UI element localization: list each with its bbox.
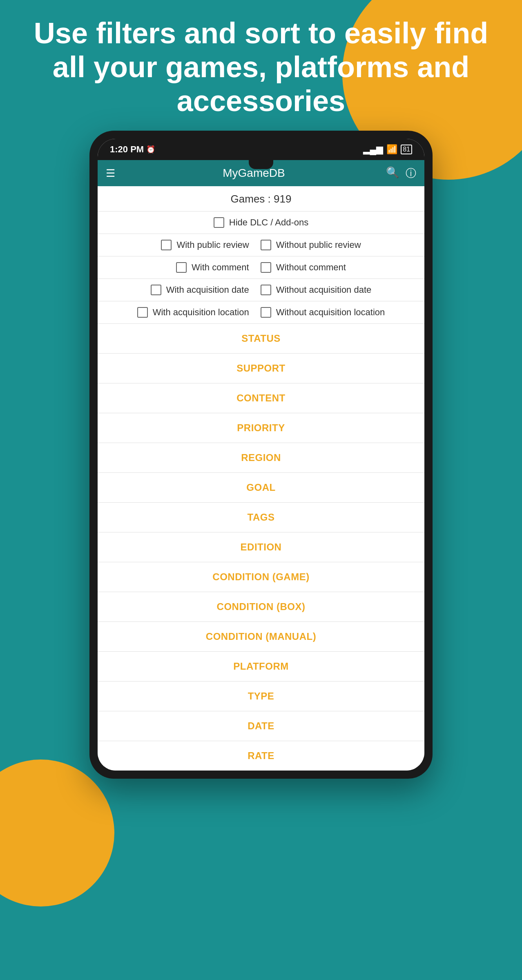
category-row-status[interactable]: STATUS [98,324,424,354]
category-row-support[interactable]: SUPPORT [98,354,424,383]
menu-icon[interactable]: ☰ [106,167,115,180]
category-row-date[interactable]: DATE [98,711,424,741]
acquisition-location-row: With acquisition location Without acquis… [98,301,424,324]
comment-row: With comment Without comment [98,256,424,279]
categories-container: STATUSSUPPORTCONTENTPRIORITYREGIONGOALTA… [98,324,424,771]
with-acquisition-date-checkbox[interactable] [151,285,161,295]
without-public-review-label: Without public review [276,240,361,250]
without-acquisition-location-checkbox[interactable] [261,307,271,318]
category-row-edition[interactable]: EDITION [98,532,424,562]
hide-dlc-row: Hide DLC / Add-ons [98,212,424,234]
without-public-review-checkbox[interactable] [261,240,271,250]
without-acquisition-date-label: Without acquisition date [276,285,372,295]
category-row-priority[interactable]: PRIORITY [98,413,424,443]
category-row-condition--box-[interactable]: CONDITION (BOX) [98,592,424,622]
phone-frame: 1:20 PM ⏰ ▂▄▆ 📶 81 ☰ MyGameDB 🔍 [89,131,433,779]
category-row-platform[interactable]: PLATFORM [98,652,424,682]
with-acquisition-location-checkbox[interactable] [137,307,148,318]
hero-section: Use filters and sort to easily find all … [0,16,522,118]
category-row-type[interactable]: TYPE [98,682,424,711]
category-row-condition--manual-[interactable]: CONDITION (MANUAL) [98,622,424,652]
acquisition-date-row: With acquisition date Without acquisitio… [98,279,424,301]
alarm-icon: ⏰ [146,145,155,154]
public-review-row: With public review Without public review [98,234,424,256]
status-time: 1:20 PM ⏰ [110,144,155,155]
category-row-region[interactable]: REGION [98,443,424,473]
battery-icon: 81 [401,145,412,154]
without-comment-checkbox[interactable] [261,262,271,273]
without-acquisition-date-checkbox[interactable] [261,285,271,295]
info-icon[interactable]: ⓘ [406,166,416,180]
app-bar-icons: 🔍 ⓘ [386,166,416,180]
wifi-icon: 📶 [386,144,397,155]
bg-decoration-bottom-left [0,760,114,906]
phone-notch [249,160,273,169]
category-row-rate[interactable]: RATE [98,741,424,771]
with-acquisition-location-label: With acquisition location [153,307,249,318]
hero-title: Use filters and sort to easily find all … [33,16,489,118]
games-count: Games : 919 [98,186,424,212]
status-bar: 1:20 PM ⏰ ▂▄▆ 📶 81 [98,139,424,160]
search-icon[interactable]: 🔍 [386,166,399,180]
category-row-tags[interactable]: TAGS [98,503,424,532]
signal-icon: ▂▄▆ [363,144,384,155]
phone-mockup: 1:20 PM ⏰ ▂▄▆ 📶 81 ☰ MyGameDB 🔍 [89,131,433,779]
phone-screen: 1:20 PM ⏰ ▂▄▆ 📶 81 ☰ MyGameDB 🔍 [98,139,424,771]
with-acquisition-date-label: With acquisition date [166,285,249,295]
with-public-review-checkbox[interactable] [161,240,172,250]
category-row-condition--game-[interactable]: CONDITION (GAME) [98,562,424,592]
with-public-review-label: With public review [176,240,249,250]
hide-dlc-checkbox[interactable] [214,217,224,228]
without-comment-label: Without comment [276,262,346,273]
with-comment-checkbox[interactable] [176,262,187,273]
hide-dlc-label: Hide DLC / Add-ons [229,217,308,228]
with-comment-label: With comment [192,262,249,273]
without-acquisition-location-label: Without acquisition location [276,307,385,318]
category-row-content[interactable]: CONTENT [98,383,424,413]
category-row-goal[interactable]: GOAL [98,473,424,503]
status-icons: ▂▄▆ 📶 81 [363,144,412,155]
content-area: Games : 919 Hide DLC / Add-ons With publ… [98,186,424,771]
